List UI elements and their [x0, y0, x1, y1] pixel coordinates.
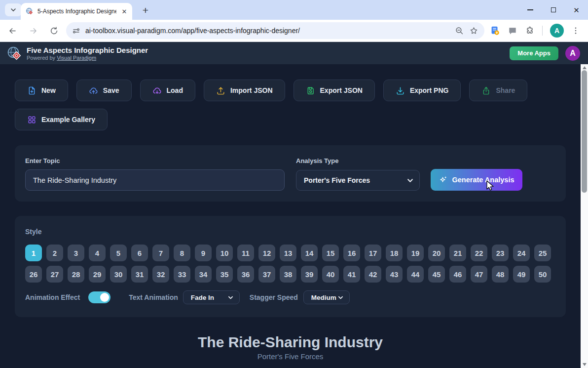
style-option-26[interactable]: 26 [25, 266, 42, 283]
style-option-7[interactable]: 7 [152, 245, 169, 261]
scrollbar-down-arrow[interactable] [581, 361, 588, 368]
style-option-17[interactable]: 17 [365, 245, 381, 261]
visual-paradigm-logo [7, 46, 22, 61]
share-button[interactable]: Share [469, 80, 527, 101]
style-option-44[interactable]: 44 [407, 266, 424, 283]
visual-paradigm-link[interactable]: Visual Paradigm [57, 55, 96, 61]
style-option-50[interactable]: 50 [534, 266, 551, 283]
style-option-16[interactable]: 16 [343, 245, 360, 261]
style-option-1[interactable]: 1 [25, 245, 42, 261]
style-option-36[interactable]: 36 [237, 266, 254, 283]
style-option-31[interactable]: 31 [131, 266, 148, 283]
load-button[interactable]: Load [140, 80, 195, 101]
style-option-5[interactable]: 5 [110, 245, 127, 261]
style-option-37[interactable]: 37 [258, 266, 275, 283]
share-icon [481, 86, 491, 95]
generate-analysis-button[interactable]: Generate Analysis [431, 169, 522, 191]
window-minimize-button[interactable] [518, 0, 542, 20]
more-apps-button[interactable]: More Apps [510, 46, 558, 60]
export-png-button[interactable]: Export PNG [383, 80, 461, 101]
page-scrollbar[interactable] [581, 64, 588, 368]
style-option-48[interactable]: 48 [492, 266, 509, 283]
export-json-button[interactable]: Export JSON [294, 80, 375, 101]
topic-input[interactable] [25, 169, 285, 191]
text-animation-select[interactable]: Fade In [183, 290, 240, 304]
style-option-8[interactable]: 8 [174, 245, 190, 261]
style-option-29[interactable]: 29 [89, 266, 106, 283]
style-option-14[interactable]: 14 [301, 245, 318, 261]
chevron-down-icon [10, 7, 16, 13]
style-option-22[interactable]: 22 [471, 245, 487, 261]
style-option-47[interactable]: 47 [471, 266, 487, 283]
save-button[interactable]: Save [76, 80, 132, 101]
browser-profile-avatar[interactable]: A [550, 24, 564, 38]
reading-mode-icon[interactable] [489, 25, 500, 36]
style-option-40[interactable]: 40 [322, 266, 339, 283]
style-option-10[interactable]: 10 [216, 245, 233, 261]
bookmark-star-icon[interactable] [469, 26, 478, 36]
user-avatar[interactable]: A [565, 46, 580, 61]
style-option-38[interactable]: 38 [280, 266, 296, 283]
style-option-19[interactable]: 19 [407, 245, 424, 261]
extensions-puzzle-icon[interactable] [525, 26, 535, 36]
tab-search-button[interactable] [5, 3, 22, 16]
zoom-out-icon[interactable] [455, 26, 464, 36]
style-option-30[interactable]: 30 [110, 266, 127, 283]
style-option-15[interactable]: 15 [322, 245, 339, 261]
example-gallery-button[interactable]: Example Gallery [15, 109, 108, 130]
style-option-13[interactable]: 13 [280, 245, 296, 261]
window-maximize-button[interactable] [542, 0, 565, 20]
tab-title: 5-Aspects Infographic Designer [37, 8, 116, 15]
forward-button[interactable] [27, 24, 39, 37]
style-option-3[interactable]: 3 [68, 245, 84, 261]
new-button[interactable]: New [15, 80, 68, 101]
style-option-23[interactable]: 23 [492, 245, 509, 261]
browser-tab[interactable]: 5-Aspects Infographic Designer ✕ [21, 3, 132, 20]
style-option-28[interactable]: 28 [68, 266, 84, 283]
style-option-9[interactable]: 9 [195, 245, 212, 261]
style-option-32[interactable]: 32 [152, 266, 169, 283]
analysis-type-label: Analysis Type [296, 157, 338, 164]
style-option-43[interactable]: 43 [386, 266, 403, 283]
download-tray-icon [396, 86, 405, 95]
style-option-34[interactable]: 34 [195, 266, 212, 283]
style-option-27[interactable]: 27 [46, 266, 63, 283]
maximize-icon [551, 7, 556, 12]
scrollbar-thumb[interactable] [582, 70, 587, 193]
style-option-35[interactable]: 35 [216, 266, 233, 283]
style-option-49[interactable]: 49 [513, 266, 530, 283]
side-panel-icon[interactable] [508, 26, 517, 36]
style-option-46[interactable]: 46 [449, 266, 466, 283]
style-option-41[interactable]: 41 [343, 266, 360, 283]
style-option-11[interactable]: 11 [237, 245, 254, 261]
tab-close-icon[interactable]: ✕ [120, 7, 128, 15]
style-panel: Style 1234567891011121314151617181920212… [15, 216, 566, 317]
style-option-4[interactable]: 4 [89, 245, 106, 261]
style-option-42[interactable]: 42 [365, 266, 381, 283]
style-option-25[interactable]: 25 [534, 245, 551, 261]
style-option-6[interactable]: 6 [131, 245, 148, 261]
cloud-download-icon [152, 86, 162, 95]
import-json-button[interactable]: Import JSON [204, 80, 285, 101]
animation-toggle[interactable] [88, 291, 110, 303]
back-button[interactable] [6, 24, 19, 37]
app-header: Five Aspects Infographic Designer Powere… [0, 42, 588, 64]
window-close-button[interactable]: ✕ [565, 0, 588, 20]
stagger-speed-select[interactable]: Medium [303, 290, 350, 304]
style-option-24[interactable]: 24 [513, 245, 530, 261]
browser-tab-strip: 5-Aspects Infographic Designer ✕ + ✕ [0, 0, 588, 20]
analysis-type-select[interactable]: Porter's Five Forces [296, 170, 420, 191]
style-grid: 1234567891011121314151617181920212223242… [25, 245, 555, 283]
style-option-18[interactable]: 18 [386, 245, 403, 261]
browser-menu-kebab-icon[interactable] [571, 26, 580, 35]
style-option-12[interactable]: 12 [258, 245, 275, 261]
reload-button[interactable] [47, 24, 60, 37]
style-option-45[interactable]: 45 [428, 266, 445, 283]
address-bar[interactable]: ai-toolbox.visual-paradigm.com/app/five-… [66, 22, 484, 39]
new-tab-button[interactable]: + [139, 4, 152, 17]
style-option-39[interactable]: 39 [301, 266, 318, 283]
style-option-21[interactable]: 21 [449, 245, 466, 261]
style-option-20[interactable]: 20 [428, 245, 445, 261]
style-option-33[interactable]: 33 [174, 266, 190, 283]
style-option-2[interactable]: 2 [46, 245, 63, 261]
